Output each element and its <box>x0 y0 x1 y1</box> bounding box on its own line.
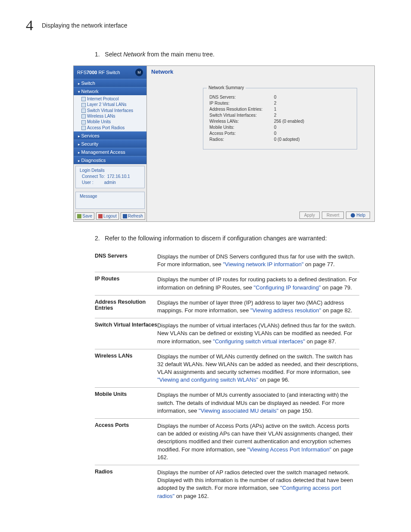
sub-access-port-radios[interactable]: Access Port Radios <box>81 125 146 131</box>
revert-button[interactable]: Revert <box>322 212 344 219</box>
def-text: on page 87. <box>305 338 336 345</box>
help-button[interactable]: Help <box>346 212 370 219</box>
step-2: 2. Refer to the following information to… <box>95 235 385 242</box>
apply-button[interactable]: Apply <box>299 212 320 219</box>
step-1-post: from the main menu tree. <box>146 51 215 58</box>
sub-layer2-vlans[interactable]: Layer 2 Virtual LANs <box>81 102 146 107</box>
refresh-icon <box>123 214 127 218</box>
doc-icon <box>81 97 86 101</box>
footer-buttons: Apply Revert Help <box>151 186 370 219</box>
summary-label: Switch Virtual Interfaces: <box>209 113 274 118</box>
def-head: Mobile Units <box>95 391 157 415</box>
login-user-row: User : admin <box>82 180 142 185</box>
step-list-2: 2. Refer to the following information to… <box>95 235 385 242</box>
summary-row-dns: DNS Servers:0 <box>209 95 351 100</box>
sub-switch-virtual-interfaces[interactable]: Switch Virtual Interfaces <box>81 108 146 113</box>
nav-security[interactable]: Security <box>74 140 146 148</box>
app-screenshot: RFS7000 RF Switch M Switch Network Inter… <box>73 65 375 222</box>
def-body: Displays the number of AP radios detecte… <box>157 469 359 500</box>
page-title: Displaying the network interface <box>42 22 127 29</box>
logout-button[interactable]: Logout <box>96 212 119 220</box>
def-body: Displays the number of DNS Servers confi… <box>157 253 359 268</box>
def-body: Displays the number of layer three (IP) … <box>157 299 359 314</box>
login-user-value: admin <box>104 180 116 185</box>
def-row: DNS Servers Displays the number of DNS S… <box>95 249 359 272</box>
summary-value: 0 (0 adopted) <box>274 137 300 142</box>
save-button[interactable]: Save <box>75 212 94 220</box>
def-link[interactable]: "Configuring switch virtual interfaces" <box>213 338 305 345</box>
def-body: Displays the number of WLANs currently d… <box>157 353 359 384</box>
message-legend: Message <box>78 194 99 199</box>
def-body: Displays the number of Access Ports (APs… <box>157 422 359 461</box>
summary-label: Mobile Units: <box>209 125 274 130</box>
def-link[interactable]: "Viewing associated MU details" <box>199 408 278 414</box>
summary-row-svi: Switch Virtual Interfaces:2 <box>209 113 351 118</box>
brand-post: RF Switch <box>97 70 120 75</box>
save-icon <box>77 214 81 218</box>
nav-management-access[interactable]: Management Access <box>74 148 146 156</box>
sub-label: Mobile Units <box>87 119 111 124</box>
logout-icon <box>98 214 103 218</box>
summary-label: DNS Servers: <box>209 95 274 100</box>
def-head: IP Routes <box>95 276 157 291</box>
summary-label: Wireless LANs: <box>209 119 274 124</box>
summary-row-iproutes: IP Routes:2 <box>209 101 351 106</box>
summary-value: 1 <box>274 107 277 112</box>
doc-icon <box>81 120 86 124</box>
def-body: Displays the number of MUs currently ass… <box>157 391 359 415</box>
sub-label: Access Port Radios <box>87 125 125 130</box>
nav-diagnostics[interactable]: Diagnostics <box>74 156 146 164</box>
def-link[interactable]: "Viewing and configuring switch WLANs" <box>157 376 258 383</box>
sidebar: RFS7000 RF Switch M Switch Network Inter… <box>74 66 147 221</box>
login-legend: Login Details <box>78 168 106 173</box>
doc-icon <box>81 114 86 118</box>
def-row: Address Resolution Entries Displays the … <box>95 296 359 318</box>
summary-row-mu: Mobile Units:0 <box>209 125 351 130</box>
summary-value: 2 <box>274 101 277 106</box>
def-link[interactable]: "Viewing network IP information" <box>223 261 303 268</box>
summary-label: Radios: <box>209 137 274 142</box>
def-link[interactable]: "Configuring IP forwarding" <box>254 284 321 291</box>
page-header: 4 Displaying the network interface <box>26 17 385 34</box>
message-panel: Message <box>75 192 145 209</box>
summary-row-ap: Access Ports:0 <box>209 131 351 136</box>
nav-network[interactable]: Network <box>74 87 146 95</box>
sub-label: Internet Protocol <box>87 96 118 101</box>
refresh-label: Refresh <box>128 214 143 218</box>
nav-network-submenu[interactable]: Internet Protocol Layer 2 Virtual LANs S… <box>74 95 146 131</box>
summary-label: Address Resolution Entries: <box>209 107 274 112</box>
sub-mobile-units[interactable]: Mobile Units <box>81 119 146 124</box>
def-link[interactable]: "Viewing Access Port Information" <box>247 446 331 453</box>
step-list: 1. Select Network from the main menu tre… <box>95 51 385 58</box>
def-head: Switch Virtual Interfaces <box>95 322 157 345</box>
sub-label: Wireless LANs <box>87 114 115 118</box>
def-link[interactable]: "Viewing address resolution" <box>250 307 321 314</box>
def-head: Radios <box>95 469 157 500</box>
step-1-pre: Select <box>105 51 123 58</box>
summary-value: 0 <box>274 131 277 136</box>
brand-bold: 7000 <box>87 70 97 75</box>
login-user-label: User : <box>82 180 93 185</box>
summary-label: IP Routes: <box>209 101 274 106</box>
refresh-button[interactable]: Refresh <box>121 212 145 220</box>
login-connect-label: Connect To: <box>82 174 105 179</box>
def-text: on page 162. <box>174 493 209 499</box>
summary-value: 0 <box>274 125 277 130</box>
sub-internet-protocol[interactable]: Internet Protocol <box>81 96 146 102</box>
login-details: Login Details Connect To: 172.16.10.1 Us… <box>75 166 145 188</box>
def-text: on page 82. <box>321 307 352 314</box>
brand-text: RFS7000 RF Switch <box>77 70 120 75</box>
sub-wireless-lans[interactable]: Wireless LANs <box>81 113 146 119</box>
def-row: Mobile Units Displays the number of MUs … <box>95 388 359 419</box>
nav-services[interactable]: Services <box>74 131 146 140</box>
summary-legend: Network Summary <box>207 85 246 90</box>
save-label: Save <box>82 214 92 218</box>
sidebar-buttons: Save Logout Refresh <box>75 212 145 220</box>
summary-row-radios: Radios:0 (0 adopted) <box>209 137 351 142</box>
def-row: Switch Virtual Interfaces Displays the n… <box>95 318 359 349</box>
nav-switch[interactable]: Switch <box>74 79 146 87</box>
def-body: Displays the number of IP routes for rou… <box>157 276 359 291</box>
sub-label: Layer 2 Virtual LANs <box>87 102 127 107</box>
def-row: IP Routes Displays the number of IP rout… <box>95 272 359 295</box>
step-2-text: Refer to the following information to di… <box>105 235 327 242</box>
